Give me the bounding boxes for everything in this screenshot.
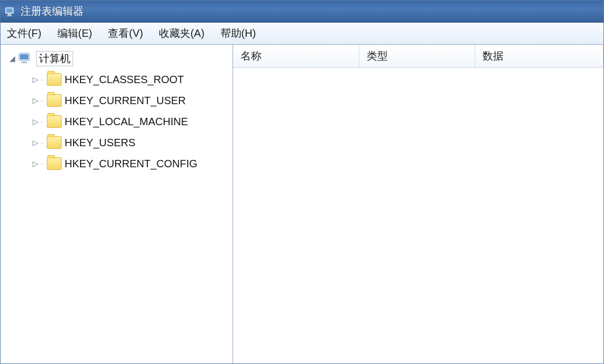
computer-icon <box>18 52 33 65</box>
expand-icon[interactable]: ▷ <box>32 76 38 83</box>
menu-edit[interactable]: 编辑(E) <box>55 25 95 42</box>
column-header-type[interactable]: 类型 <box>359 45 475 67</box>
list-pane[interactable]: 名称 类型 数据 <box>233 45 603 363</box>
menu-view[interactable]: 查看(V) <box>106 25 145 42</box>
window-title: 注册表编辑器 <box>21 4 84 18</box>
svg-rect-7 <box>21 62 27 63</box>
folder-icon <box>47 136 62 149</box>
column-header-data[interactable]: 数据 <box>475 45 603 67</box>
content-area: ◢ 计算机 ▷ ·· <box>1 45 603 363</box>
menu-help[interactable]: 帮助(H) <box>218 25 258 42</box>
tree-node-label: HKEY_CLASSES_ROOT <box>65 74 184 86</box>
titlebar: 注册表编辑器 <box>1 1 603 23</box>
tree-connector: ·· <box>41 159 44 168</box>
expand-icon[interactable]: ▷ <box>32 139 38 146</box>
tree-node-hkey-users[interactable]: ▷ ·· HKEY_USERS <box>32 132 230 153</box>
tree-node-label: HKEY_CURRENT_CONFIG <box>65 158 197 170</box>
expand-icon[interactable]: ▷ <box>32 118 38 125</box>
list-header: 名称 类型 数据 <box>233 45 603 68</box>
folder-icon <box>47 157 62 170</box>
folder-icon <box>47 94 62 107</box>
tree-node-hkey-local-machine[interactable]: ▷ ·· HKEY_LOCAL_MACHINE <box>32 111 230 132</box>
column-header-name[interactable]: 名称 <box>233 45 359 67</box>
folder-icon <box>47 115 62 128</box>
tree-connector: ·· <box>41 138 44 147</box>
tree-node-hkey-classes-root[interactable]: ▷ ·· HKEY_CLASSES_ROOT <box>32 69 230 90</box>
menubar: 文件(F) 编辑(E) 查看(V) 收藏夹(A) 帮助(H) <box>1 23 603 45</box>
tree-node-label: HKEY_USERS <box>65 137 136 149</box>
folder-icon <box>47 73 62 86</box>
tree-pane[interactable]: ◢ 计算机 ▷ ·· <box>1 45 233 363</box>
tree-root-label: 计算机 <box>39 53 71 64</box>
tree-connector: ·· <box>41 96 44 105</box>
tree-node-hkey-current-user[interactable]: ▷ ·· HKEY_CURRENT_USER <box>32 90 230 111</box>
tree-connector: ·· <box>41 117 44 126</box>
tree-node-label: HKEY_LOCAL_MACHINE <box>65 116 188 128</box>
expand-icon[interactable]: ▷ <box>32 97 38 104</box>
menu-favorites[interactable]: 收藏夹(A) <box>157 25 207 42</box>
svg-rect-5 <box>20 54 28 59</box>
tree-node-label: HKEY_CURRENT_USER <box>65 95 186 107</box>
app-icon <box>5 6 16 17</box>
collapse-icon[interactable]: ◢ <box>9 55 15 62</box>
svg-rect-3 <box>7 15 12 16</box>
svg-rect-1 <box>6 8 13 13</box>
menu-file[interactable]: 文件(F) <box>5 25 44 42</box>
svg-rect-6 <box>23 60 26 62</box>
tree-root-computer[interactable]: ◢ 计算机 <box>9 48 230 69</box>
expand-icon[interactable]: ▷ <box>32 160 38 167</box>
tree-node-hkey-current-config[interactable]: ▷ ·· HKEY_CURRENT_CONFIG <box>32 153 230 174</box>
svg-rect-2 <box>8 14 11 15</box>
tree-connector: ·· <box>41 75 44 84</box>
